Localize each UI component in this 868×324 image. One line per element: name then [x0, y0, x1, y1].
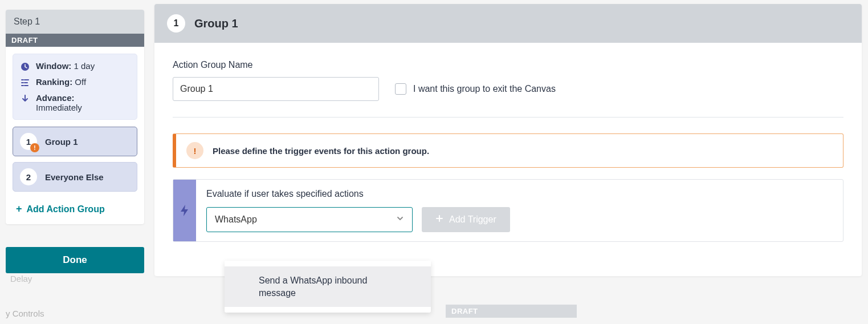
window-row: Window: 1 day [20, 61, 130, 71]
clock-icon [20, 62, 30, 71]
step-header[interactable]: Step 1 [6, 10, 144, 34]
add-trigger-button[interactable]: Add Trigger [422, 207, 510, 232]
group-label: Everyone Else [45, 172, 104, 182]
arrow-down-icon [20, 94, 30, 103]
group-item-2[interactable]: 2 Everyone Else [13, 162, 137, 192]
main-header: 1 Group 1 [154, 4, 862, 43]
ranking-icon [20, 78, 30, 87]
step-info-card: Window: 1 day Ranking: Off Advance:Immed… [13, 54, 137, 120]
background-delay-text: Delay [10, 274, 32, 284]
draft-badge: DRAFT [6, 34, 144, 47]
trigger-box: Evaluate if user takes specified actions… [173, 179, 843, 242]
add-action-group-button[interactable]: + Add Action Group [6, 197, 144, 224]
divider [173, 117, 843, 118]
trigger-side-bar [173, 180, 196, 241]
action-group-name-input[interactable] [173, 77, 379, 101]
warning-text: Please define the trigger events for thi… [213, 146, 429, 156]
alert-icon: ! [30, 143, 39, 152]
background-controls-text: y Controls [6, 309, 44, 318]
advance-row: Advance:Immediately [20, 93, 130, 112]
dropdown-option[interactable]: Send a WhatsApp inbound message [225, 266, 431, 307]
chevron-down-icon [396, 214, 404, 225]
group-label: Group 1 [45, 137, 78, 147]
plus-icon [435, 214, 443, 225]
main-panel: 1 Group 1 Action Group Name I want this … [154, 4, 862, 276]
header-title: Group 1 [194, 17, 238, 30]
warning-icon: ! [186, 142, 203, 159]
exit-canvas-checkbox-wrap[interactable]: I want this group to exit the Canvas [395, 83, 556, 95]
group-item-1[interactable]: 1 ! Group 1 [13, 127, 137, 156]
header-number-badge: 1 [167, 14, 185, 33]
plus-icon: + [16, 203, 22, 215]
trigger-select[interactable]: WhatsApp [206, 207, 413, 232]
warning-bar: ! Please define the trigger events for t… [173, 133, 843, 168]
bottom-draft-badge: DRAFT [446, 305, 577, 318]
trigger-dropdown: Send a WhatsApp inbound message [225, 261, 431, 313]
step-sidebar: Step 1 DRAFT Window: 1 day Ranking: Off … [6, 10, 144, 224]
exit-canvas-label: I want this group to exit the Canvas [413, 84, 556, 94]
done-button[interactable]: Done [6, 247, 144, 273]
group-badge: 1 ! [20, 133, 37, 150]
group-badge: 2 [20, 168, 37, 185]
trigger-label: Evaluate if user takes specified actions [206, 189, 833, 199]
ranking-row: Ranking: Off [20, 77, 130, 87]
bolt-icon [180, 204, 190, 217]
checkbox-icon[interactable] [395, 83, 406, 95]
action-group-name-label: Action Group Name [173, 60, 843, 70]
